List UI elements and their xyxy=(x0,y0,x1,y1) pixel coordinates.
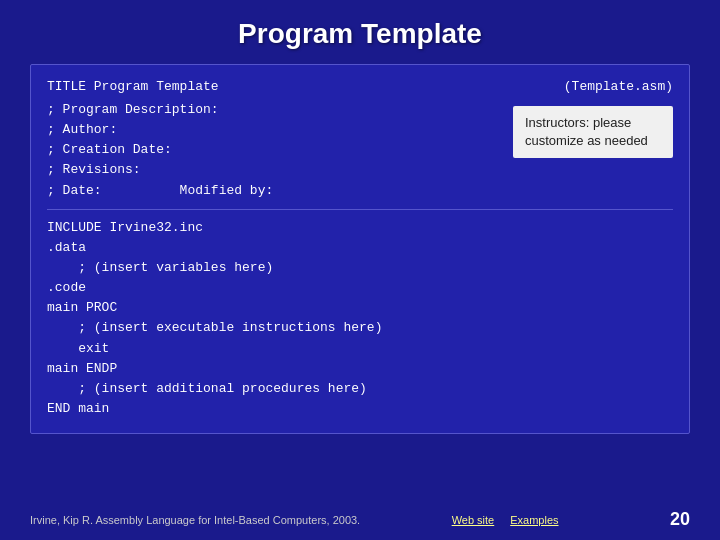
title-line: TITLE Program Template (Template.asm) xyxy=(47,79,673,94)
web-site-link[interactable]: Web site xyxy=(452,514,495,526)
footer-credit: Irvine, Kip R. Assembly Language for Int… xyxy=(30,514,360,526)
divider xyxy=(47,209,673,210)
tooltip-line2: customize as needed xyxy=(525,133,648,148)
comments-text: ; Program Description: ; Author: ; Creat… xyxy=(47,100,273,201)
footer-links[interactable]: Web site Examples xyxy=(452,514,559,526)
instructor-tooltip: Instructors: please customize as needed xyxy=(513,106,673,158)
slide-number: 20 xyxy=(670,509,690,530)
footer: Irvine, Kip R. Assembly Language for Int… xyxy=(30,509,690,530)
content-box: TITLE Program Template (Template.asm) ; … xyxy=(30,64,690,434)
tooltip-line1: Instructors: please xyxy=(525,115,631,130)
title-left: TITLE Program Template xyxy=(47,79,219,94)
examples-link[interactable]: Examples xyxy=(510,514,558,526)
code-block: INCLUDE Irvine32.inc .data ; (insert var… xyxy=(47,218,673,419)
slide-title: Program Template xyxy=(0,0,720,64)
title-right: (Template.asm) xyxy=(564,79,673,94)
comments-area: ; Program Description: ; Author: ; Creat… xyxy=(47,100,673,201)
